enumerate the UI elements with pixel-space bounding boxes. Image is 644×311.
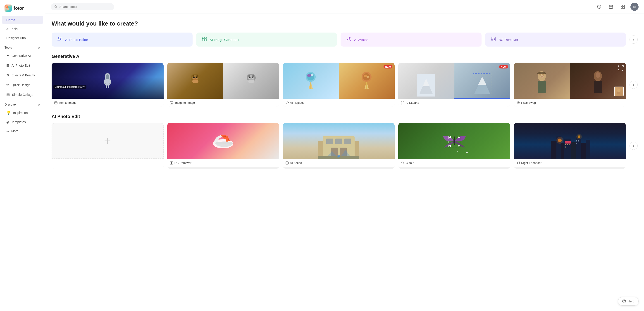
- sidebar-item-generative-ai[interactable]: ✦ Generative AI: [2, 51, 43, 60]
- svg-point-89: [518, 102, 519, 103]
- ai-image-gen-label: AI Image Generator: [210, 38, 240, 41]
- tool-card-ai-scene[interactable]: AI Scene: [283, 123, 395, 169]
- ai-tools-label: AI Tools: [6, 27, 18, 31]
- svg-point-41: [197, 77, 197, 77]
- logo[interactable]: fotor: [0, 3, 45, 15]
- tools-section-header: Tools ∧: [0, 42, 45, 51]
- ai-expand-preview: [398, 63, 510, 99]
- search-input[interactable]: [60, 5, 110, 8]
- text-to-image-preview: Astronaut, Pegasus, starry: [52, 63, 164, 99]
- feature-card-ai-avatar[interactable]: AI Avatar: [340, 32, 482, 46]
- history-icon[interactable]: [595, 3, 603, 11]
- svg-point-104: [454, 137, 455, 145]
- home-label: Home: [6, 18, 15, 22]
- svg-point-88: [518, 102, 518, 103]
- ai-expand-icon: [401, 101, 404, 104]
- inspiration-icon: 💡: [6, 110, 11, 115]
- tools-collapse-icon[interactable]: ∧: [38, 45, 40, 49]
- generative-ai-title: Generative AI: [52, 54, 638, 59]
- svg-marker-73: [478, 77, 486, 85]
- svg-point-15: [60, 39, 61, 39]
- feature-card-bg-remover[interactable]: BG Remover: [485, 32, 626, 46]
- svg-rect-17: [204, 37, 206, 39]
- designer-hub-label: Designer Hub: [6, 36, 26, 40]
- help-button[interactable]: Help: [618, 297, 638, 306]
- plus-icon: [103, 136, 112, 145]
- templates-icon: ◉: [6, 120, 9, 124]
- ai-photo-edit-next-button[interactable]: ›: [630, 142, 638, 150]
- ai-avatar-label: AI Avatar: [354, 38, 368, 41]
- svg-rect-27: [109, 79, 111, 84]
- tool-card-night-enhancer[interactable]: Night Enhancer: [514, 123, 626, 169]
- svg-rect-18: [202, 39, 204, 41]
- svg-rect-119: [586, 140, 590, 159]
- svg-rect-114: [561, 143, 564, 159]
- svg-point-66: [366, 76, 369, 78]
- svg-rect-125: [565, 144, 566, 145]
- sidebar-item-designer-hub[interactable]: Designer Hub: [2, 34, 43, 42]
- search-box[interactable]: [51, 3, 114, 10]
- svg-rect-118: [581, 143, 586, 159]
- sidebar-item-inspiration[interactable]: 💡 Inspiration: [2, 108, 43, 117]
- sidebar-item-simple-collage[interactable]: ▦ Simple Collage: [2, 90, 43, 99]
- svg-rect-126: [567, 144, 568, 145]
- svg-point-56: [170, 102, 171, 103]
- svg-rect-98: [344, 139, 351, 144]
- sidebar-item-quick-design[interactable]: ✏ Quick Design: [2, 80, 43, 89]
- ai-replace-icon: [286, 101, 289, 104]
- svg-point-54: [248, 79, 254, 83]
- feature-card-ai-image-gen[interactable]: AI Image Generator: [196, 32, 337, 46]
- tool-card-face-swap[interactable]: Face Swap: [514, 63, 626, 107]
- generative-ai-next-button[interactable]: ›: [630, 81, 638, 89]
- tool-card-bg-remover[interactable]: BG Remover: [167, 123, 279, 169]
- svg-rect-19: [204, 39, 206, 41]
- svg-point-93: [171, 162, 172, 164]
- svg-rect-103: [286, 162, 288, 164]
- upload-label: [52, 159, 164, 169]
- svg-point-123: [576, 134, 582, 139]
- feature-cards-next-button[interactable]: ›: [630, 35, 638, 44]
- night-enhancer-icon: [516, 161, 520, 165]
- svg-point-133: [624, 302, 624, 303]
- sidebar-item-effects-beauty[interactable]: ✿ Effects & Beauty: [2, 71, 43, 79]
- sidebar-item-more[interactable]: ··· More: [2, 127, 43, 135]
- ai-replace-badge: NEW: [384, 65, 392, 68]
- ai-scene-label: AI Scene: [283, 159, 395, 167]
- svg-rect-97: [335, 139, 342, 144]
- feature-cards-row: AI Photo Editor AI Image Generator: [52, 32, 638, 46]
- tool-card-ai-replace[interactable]: NEW AI Replace: [283, 63, 395, 107]
- topbar-icons: N: [595, 3, 638, 11]
- svg-rect-29: [108, 85, 109, 88]
- logo-text: fotor: [14, 6, 24, 11]
- svg-rect-116: [571, 142, 576, 159]
- sidebar-item-home[interactable]: Home: [2, 16, 43, 24]
- svg-point-14: [58, 37, 59, 38]
- avatar[interactable]: N: [630, 3, 638, 11]
- tool-card-ai-expand[interactable]: NEW AI Expand: [398, 63, 510, 107]
- tool-card-cutout[interactable]: ✦ ✦ Cutout: [398, 123, 510, 169]
- sidebar-item-ai-photo-edit[interactable]: ⊞ AI Photo Edit: [2, 61, 43, 70]
- night-enhancer-preview: [514, 123, 626, 159]
- discover-section-header: Discover ∧: [0, 99, 45, 108]
- svg-rect-86: [617, 92, 620, 94]
- svg-rect-112: [551, 141, 556, 159]
- text-to-image-caption: Astronaut, Pegasus, starry: [54, 85, 86, 89]
- feature-card-ai-photo-editor[interactable]: AI Photo Editor: [52, 32, 192, 46]
- svg-point-102: [338, 155, 340, 158]
- tool-card-upload[interactable]: [52, 123, 164, 169]
- main-content: N What would you like to create? AI Phot…: [45, 0, 644, 311]
- svg-rect-127: [569, 144, 570, 145]
- sidebar-item-templates[interactable]: ◉ Templates: [2, 118, 43, 126]
- svg-point-59: [307, 74, 311, 77]
- logo-icon: [4, 4, 12, 12]
- tool-card-text-to-image[interactable]: Astronaut, Pegasus, starry Text to Image: [52, 63, 164, 107]
- discover-collapse-icon[interactable]: ∧: [38, 102, 40, 106]
- page-title: What would you like to create?: [52, 20, 638, 27]
- grid-icon[interactable]: [619, 3, 627, 11]
- calendar-icon[interactable]: [607, 3, 615, 11]
- tool-card-image-to-image[interactable]: Image to Image: [167, 63, 279, 107]
- svg-rect-12: [58, 39, 62, 39]
- sidebar-item-ai-tools[interactable]: AI Tools: [2, 25, 43, 33]
- cutout-preview: ✦ ✦: [398, 123, 510, 159]
- ai-expand-badge: NEW: [499, 65, 508, 68]
